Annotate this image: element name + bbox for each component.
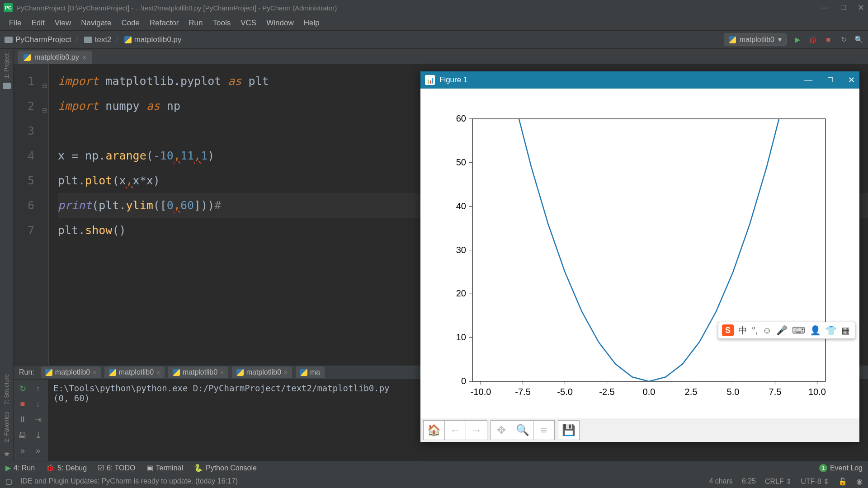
close-icon[interactable]: × (156, 369, 160, 376)
stop-button[interactable]: ■ (824, 35, 833, 44)
run-tab[interactable]: matplotlib0× (232, 366, 292, 378)
tool-todo[interactable]: ☑6: TODO (98, 464, 135, 472)
breadcrumb-file[interactable]: matplotlib0.py (124, 35, 182, 44)
ime-person-icon[interactable]: 👤 (810, 325, 821, 336)
figure-zoom-button[interactable]: 🔍 (512, 420, 533, 440)
ime-toolbar[interactable]: S 中 °, ☺ 🎤 ⌨ 👤 👕 ▦ (718, 322, 855, 339)
tool-debug[interactable]: 🐞5: Debug (46, 464, 87, 472)
status-chars: 4 chars (709, 477, 732, 485)
close-icon[interactable]: × (220, 369, 224, 376)
svg-text:40: 40 (456, 201, 466, 211)
breadcrumb-folder[interactable]: text2 (84, 35, 112, 44)
menu-file[interactable]: File (5, 17, 26, 29)
menu-view[interactable]: View (50, 17, 76, 29)
menu-navigate[interactable]: Navigate (76, 17, 116, 29)
svg-text:-5.0: -5.0 (557, 387, 572, 397)
sogou-icon: S (722, 324, 734, 336)
print-button[interactable]: 🖶 (16, 429, 29, 441)
down-button[interactable]: ↓ (32, 398, 44, 410)
tool-event-log[interactable]: Event Log (830, 464, 863, 472)
figure-toolbar: 🏠 ← → ✥ 🔍 ≡ 💾 (420, 418, 859, 442)
ime-lang[interactable]: 中 (738, 324, 747, 337)
ime-emoji-icon[interactable]: ☺ (763, 325, 772, 336)
close-icon[interactable]: × (284, 369, 288, 376)
close-button[interactable]: ✕ (858, 3, 864, 13)
status-encoding[interactable]: UTF-8 ⇕ (801, 477, 829, 486)
update-button[interactable]: ↻ (839, 35, 848, 44)
svg-text:5.0: 5.0 (727, 387, 740, 397)
tool-run[interactable]: ▶4: Run (5, 464, 35, 472)
fold-icon[interactable]: ⊟ (41, 98, 48, 123)
breadcrumb-root[interactable]: PyCharmProject (5, 35, 71, 44)
run-tab[interactable]: matplotlib0× (168, 366, 228, 378)
python-file-icon (236, 369, 244, 376)
status-readonly-icon[interactable]: 🔓 (838, 477, 847, 486)
rerun-button[interactable]: ↻ (16, 382, 29, 395)
status-window-icon[interactable]: ▢ (5, 477, 12, 486)
search-everywhere-button[interactable]: 🔍 (854, 35, 863, 44)
ime-voice-icon[interactable]: 🎤 (776, 325, 788, 336)
debug-button[interactable]: 🐞 (808, 35, 817, 44)
figure-save-button[interactable]: 💾 (558, 420, 580, 440)
minimize-button[interactable]: — (821, 3, 829, 13)
run-tab[interactable]: matplotlib0× (104, 366, 165, 378)
figure-config-button[interactable]: ≡ (533, 420, 555, 440)
fold-icon[interactable]: ⊟ (41, 73, 48, 98)
pycharm-icon: PC (4, 3, 13, 12)
close-icon[interactable]: × (93, 369, 96, 376)
scroll-button[interactable]: ⤓ (32, 429, 44, 441)
more-left-button[interactable]: » (16, 445, 29, 457)
figure-maximize-button[interactable]: □ (828, 75, 833, 85)
status-position: 6:25 (742, 477, 756, 485)
tool-python-console[interactable]: 🐍Python Console (194, 464, 257, 472)
ime-keyboard-icon[interactable]: ⌨ (792, 325, 805, 336)
figure-minimize-button[interactable]: — (804, 75, 812, 85)
figure-back-button[interactable]: ← (444, 420, 466, 440)
tool-terminal[interactable]: ▣Terminal (146, 464, 183, 472)
menu-code[interactable]: Code (117, 17, 144, 29)
status-line-sep[interactable]: CRLF ⇕ (765, 477, 792, 486)
figure-pan-button[interactable]: ✥ (491, 420, 512, 440)
maximize-button[interactable]: □ (841, 3, 846, 13)
svg-text:10: 10 (456, 332, 466, 342)
editor-tab-active[interactable]: matplotlib0.py × (18, 51, 92, 64)
menu-refactor[interactable]: Refactor (145, 17, 183, 29)
menu-vcs[interactable]: VCS (236, 17, 261, 29)
tool-project[interactable]: 1: Project (3, 51, 10, 81)
matplotlib-icon: 📊 (425, 75, 435, 85)
close-tab-icon[interactable]: × (83, 54, 86, 61)
soft-wrap-button[interactable]: ⇥ (32, 413, 44, 426)
up-button[interactable]: ↑ (32, 382, 44, 395)
svg-rect-0 (472, 119, 826, 381)
menu-tools[interactable]: Tools (208, 17, 236, 29)
run-button[interactable]: ▶ (793, 35, 802, 44)
status-inspect-icon[interactable]: ◉ (856, 477, 863, 486)
ime-skin-icon[interactable]: 👕 (826, 325, 837, 336)
figure-home-button[interactable]: 🏠 (423, 420, 445, 440)
menu-edit[interactable]: Edit (27, 17, 49, 29)
menu-help[interactable]: Help (299, 17, 324, 29)
svg-text:30: 30 (456, 245, 466, 255)
figure-forward-button[interactable]: → (466, 420, 487, 440)
menu-run[interactable]: Run (184, 17, 207, 29)
chevron-down-icon: ▾ (778, 35, 782, 44)
ime-menu-icon[interactable]: ▦ (841, 325, 850, 336)
stop-button[interactable]: ■ (16, 398, 29, 410)
ime-punct-icon[interactable]: °, (752, 325, 758, 336)
figure-close-button[interactable]: ✕ (848, 75, 855, 85)
folder-icon (84, 37, 92, 43)
folder-icon (3, 83, 11, 89)
star-icon: ★ (1, 447, 13, 461)
run-config-selector[interactable]: matplotlib0 ▾ (724, 33, 787, 46)
tool-structure[interactable]: 7: Structure (3, 371, 10, 407)
figure-window: 📊 Figure 1 — □ ✕ 0102030405060-10.0-7.5-… (420, 71, 859, 442)
tool-favorites[interactable]: 2: Favorites (3, 409, 10, 445)
more-right-button[interactable]: » (32, 445, 44, 457)
console-toolbar: ↻ ↑ ■ ↓ ⏸ ⇥ 🖶 ⤓ » » (14, 380, 48, 461)
menu-window[interactable]: Window (262, 17, 298, 29)
figure-titlebar[interactable]: 📊 Figure 1 — □ ✕ (420, 71, 859, 89)
status-message: IDE and Plugin Updates: PyCharm is ready… (20, 477, 238, 485)
run-tab[interactable]: ma (296, 366, 325, 378)
run-tab[interactable]: matplotlib0× (41, 366, 101, 378)
pause-button[interactable]: ⏸ (16, 413, 29, 426)
